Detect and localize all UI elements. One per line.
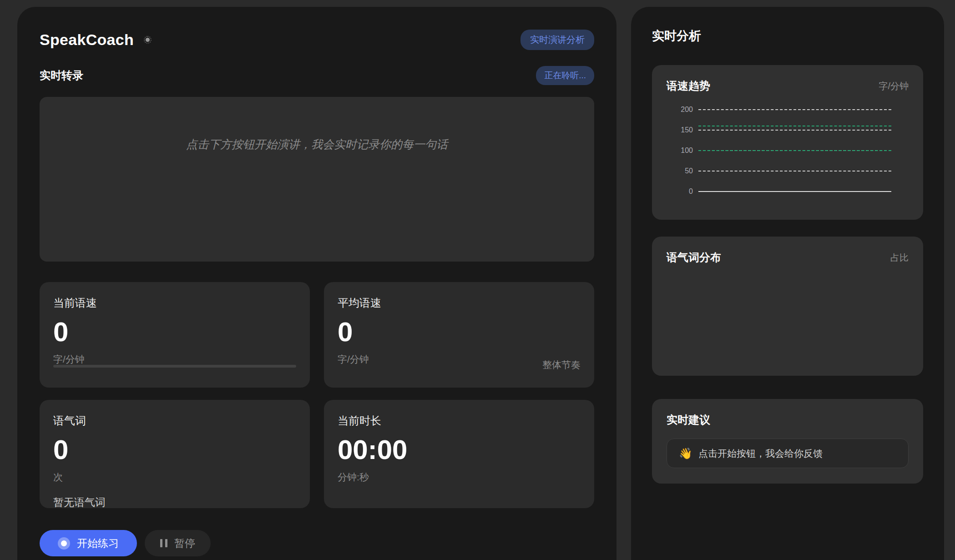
suggestions-title: 实时建议 <box>667 413 909 427</box>
status-dot-icon <box>144 36 152 44</box>
chart-gridline-row: 150 <box>667 126 891 135</box>
filler-distribution-card-head: 语气词分布 占比 <box>667 250 909 265</box>
stat-value: 00:00 <box>338 436 581 464</box>
filler-distribution-title: 语气词分布 <box>667 250 721 265</box>
title-wrap: SpeakCoach <box>40 31 152 49</box>
chart-gridline <box>698 171 891 172</box>
speed-trend-title: 语速趋势 <box>667 79 710 93</box>
filler-distribution-card: 语气词分布 占比 <box>652 237 923 376</box>
speed-trend-unit-label: 字/分钟 <box>879 80 909 92</box>
start-practice-button[interactable]: 开始练习 <box>40 530 137 556</box>
filler-distribution-unit-label: 占比 <box>890 252 909 264</box>
stat-label: 语气词 <box>53 414 296 428</box>
chart-y-tick-label: 50 <box>667 167 693 175</box>
page-layout: SpeakCoach 实时演讲分析 实时转录 正在聆听... 点击下方按钮开始演… <box>0 0 955 560</box>
main-header: SpeakCoach 实时演讲分析 <box>40 29 594 50</box>
controls-bar: 开始练习 暂停 <box>40 530 594 556</box>
analysis-panel: 实时分析 语速趋势 字/分钟 200150100500 语气词分布 占比 实时建… <box>631 7 944 560</box>
stat-value: 0 <box>53 318 296 346</box>
chart-y-tick-label: 200 <box>667 106 693 114</box>
stat-card-filler-words: 语气词 0 次 暂无语气词 <box>40 400 310 508</box>
chart-gridline <box>698 130 891 131</box>
stat-value: 0 <box>53 436 296 464</box>
speed-progress-track <box>53 365 296 368</box>
speed-trend-card: 语速趋势 字/分钟 200150100500 <box>652 65 923 220</box>
stat-label: 平均语速 <box>338 296 581 310</box>
stat-card-duration: 当前时长 00:00 分钟:秒 <box>324 400 594 508</box>
chart-reference-line <box>698 126 891 126</box>
filler-empty-note: 暂无语气词 <box>53 495 296 510</box>
pause-button[interactable]: 暂停 <box>145 530 211 556</box>
pause-button-label: 暂停 <box>174 536 195 550</box>
stat-card-average-speed: 平均语速 0 字/分钟 整体节奏 <box>324 282 594 388</box>
stat-card-current-speed: 当前语速 0 字/分钟 <box>40 282 310 388</box>
chart-reference-line <box>698 150 891 151</box>
wave-emoji-icon: 👋 <box>679 448 692 459</box>
stat-value: 0 <box>338 318 581 346</box>
transcript-area: 点击下方按钮开始演讲，我会实时记录你的每一句话 <box>40 97 594 262</box>
stat-label: 当前时长 <box>338 414 581 428</box>
start-button-label: 开始练习 <box>77 536 119 550</box>
app-title: SpeakCoach <box>40 31 134 49</box>
speed-trend-card-head: 语速趋势 字/分钟 <box>667 79 909 93</box>
transcript-section-title: 实时转录 <box>40 68 83 83</box>
suggestions-card: 实时建议 👋 点击开始按钮，我会给你反馈 <box>652 399 923 484</box>
chart-gridline-row: 0 <box>667 187 891 196</box>
chart-gridline <box>698 191 891 192</box>
chart-gridline-row: 50 <box>667 166 891 176</box>
stat-label: 当前语速 <box>53 296 296 310</box>
main-panel: SpeakCoach 实时演讲分析 实时转录 正在聆听... 点击下方按钮开始演… <box>17 7 616 560</box>
stat-unit: 次 <box>53 471 296 484</box>
suggestion-box: 👋 点击开始按钮，我会给你反馈 <box>667 439 909 468</box>
chart-y-tick-label: 150 <box>667 126 693 134</box>
transcript-placeholder: 点击下方按钮开始演讲，我会实时记录你的每一句话 <box>186 137 448 262</box>
chart-gridline <box>698 109 891 110</box>
pause-icon <box>160 539 167 547</box>
suggestion-text: 点击开始按钮，我会给你反馈 <box>698 447 823 460</box>
stat-unit: 字/分钟 <box>53 353 296 366</box>
transcript-header-row: 实时转录 正在聆听... <box>40 66 594 85</box>
header-badge: 实时演讲分析 <box>520 30 594 50</box>
stats-grid: 当前语速 0 字/分钟 平均语速 0 字/分钟 整体节奏 语气词 0 次 暂无语… <box>40 282 594 508</box>
chart-gridline-row: 200 <box>667 105 891 114</box>
stat-unit: 分钟:秒 <box>338 471 581 484</box>
chart-y-tick-label: 0 <box>667 187 693 196</box>
listening-status-badge: 正在聆听... <box>536 66 594 85</box>
chart-y-tick-label: 100 <box>667 146 693 155</box>
stat-footnote: 整体节奏 <box>542 358 581 371</box>
analysis-panel-title: 实时分析 <box>652 28 923 44</box>
record-icon <box>58 537 70 550</box>
speed-trend-chart: 200150100500 <box>667 105 909 196</box>
